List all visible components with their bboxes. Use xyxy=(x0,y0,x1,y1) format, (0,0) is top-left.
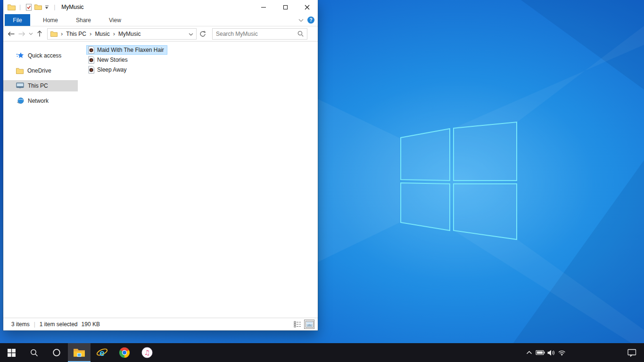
file-name: Sleep Away xyxy=(97,66,127,73)
onedrive-folder-icon xyxy=(16,68,24,74)
chevron-up-icon xyxy=(526,351,532,354)
taskbar: e ♫ xyxy=(0,343,644,362)
taskbar-search-button[interactable] xyxy=(23,343,45,362)
titlebar-separator: | xyxy=(19,4,21,10)
titlebar-separator-2: | xyxy=(54,4,55,10)
sidebar-item-network[interactable]: Network xyxy=(3,95,78,107)
cortana-circle-icon xyxy=(52,348,61,357)
start-button[interactable] xyxy=(0,343,23,362)
music-file-icon xyxy=(88,66,94,74)
wifi-icon xyxy=(558,349,566,356)
window-title: MyMusic xyxy=(61,4,83,10)
details-view-icon xyxy=(294,321,301,328)
file-item[interactable]: Maid With The Flaxen Hair xyxy=(86,45,167,55)
this-pc-monitor-icon xyxy=(16,82,24,89)
qat-caret-chevron-icon xyxy=(45,7,48,9)
volume-button[interactable] xyxy=(545,343,556,362)
file-explorer-icon xyxy=(73,348,85,357)
network-button[interactable] xyxy=(556,343,567,362)
tray-expand-button[interactable] xyxy=(524,343,535,362)
chevron-down-icon xyxy=(29,33,33,35)
tab-home[interactable]: Home xyxy=(35,14,66,26)
taskbar-chrome-button[interactable] xyxy=(113,343,136,362)
crumb-this-pc[interactable]: This PC xyxy=(66,31,86,37)
chrome-icon xyxy=(119,347,130,358)
large-icons-view-button[interactable] xyxy=(304,320,314,329)
details-view-button[interactable] xyxy=(292,320,303,329)
recent-locations-button[interactable] xyxy=(27,28,34,40)
close-button[interactable] xyxy=(296,0,318,14)
crumb-separator[interactable]: › xyxy=(113,32,115,36)
taskbar-file-explorer-button[interactable] xyxy=(68,343,91,362)
action-center-icon xyxy=(627,349,636,357)
address-bar[interactable]: › This PC › Music › MyMusic xyxy=(47,28,197,40)
file-list: Maid With The Flaxen Hair New Stories Sl… xyxy=(78,42,167,318)
volume-speaker-icon xyxy=(547,349,555,356)
crumb-mymusic[interactable]: MyMusic xyxy=(118,31,140,37)
file-explorer-window: | | MyMusic File Home Share View xyxy=(3,0,318,330)
sidebar-item-quick-access[interactable]: Quick access xyxy=(3,50,78,61)
app-folder-icon xyxy=(7,2,16,12)
ribbon-tab-bar: File Home Share View ? xyxy=(3,14,318,26)
tab-view[interactable]: View xyxy=(101,14,129,26)
music-file-icon xyxy=(88,56,94,64)
internet-explorer-icon: e xyxy=(96,347,108,358)
forward-button[interactable] xyxy=(17,28,27,40)
minimize-button[interactable] xyxy=(253,0,274,14)
search-icon xyxy=(30,349,38,357)
file-name: Maid With The Flaxen Hair xyxy=(97,47,164,53)
qat-properties-button[interactable] xyxy=(24,2,33,12)
thumbnail-view-icon xyxy=(305,321,314,328)
windows-start-icon xyxy=(8,349,16,357)
chevron-down-icon xyxy=(189,33,193,36)
forward-arrow-icon xyxy=(18,31,25,37)
status-bar: 3 items | 1 item selected 190 KB xyxy=(3,318,318,330)
network-globe-icon xyxy=(16,98,24,104)
sidebar-item-label: Quick access xyxy=(28,52,61,59)
battery-icon xyxy=(536,349,545,356)
sidebar-item-label: OneDrive xyxy=(27,67,51,74)
up-button[interactable] xyxy=(34,28,45,40)
help-button[interactable]: ? xyxy=(307,16,314,24)
search-icon[interactable] xyxy=(297,31,304,37)
qat-new-folder-button[interactable] xyxy=(33,2,43,12)
qat-customize-button[interactable] xyxy=(43,2,50,12)
crumb-separator[interactable]: › xyxy=(61,32,63,36)
music-file-icon xyxy=(88,46,94,54)
file-item[interactable]: Sleep Away xyxy=(86,65,130,74)
file-name: New Stories xyxy=(97,57,128,63)
search-input[interactable] xyxy=(216,31,297,37)
status-selection: 1 item selected xyxy=(40,321,78,328)
address-toolbar: › This PC › Music › MyMusic xyxy=(3,26,318,41)
itunes-icon: ♫ xyxy=(141,347,153,358)
ribbon-expand-button[interactable] xyxy=(298,17,304,24)
action-center-button[interactable] xyxy=(627,343,637,362)
refresh-button[interactable] xyxy=(197,28,209,40)
tab-file[interactable]: File xyxy=(5,14,30,26)
maximize-button[interactable] xyxy=(274,0,296,14)
sidebar-item-onedrive[interactable]: OneDrive xyxy=(3,65,78,76)
taskbar-itunes-button[interactable]: ♫ xyxy=(136,343,158,362)
title-bar[interactable]: | | MyMusic xyxy=(3,0,318,14)
crumb-separator[interactable]: › xyxy=(90,32,91,36)
taskbar-internet-explorer-button[interactable]: e xyxy=(91,343,113,362)
crumb-music[interactable]: Music xyxy=(95,31,109,37)
caption-buttons xyxy=(253,0,318,14)
cortana-button[interactable] xyxy=(45,343,68,362)
navigation-pane: Quick access OneDrive This PC xyxy=(3,42,78,318)
tab-share[interactable]: Share xyxy=(68,14,99,26)
back-button[interactable] xyxy=(6,28,17,40)
refresh-icon xyxy=(199,31,206,37)
properties-check-icon xyxy=(25,4,32,11)
view-toggle-buttons xyxy=(292,320,314,329)
address-dropdown-button[interactable] xyxy=(189,31,193,37)
window-body: Quick access OneDrive This PC xyxy=(3,42,318,318)
status-selection-size: 190 KB xyxy=(82,321,100,328)
battery-button[interactable] xyxy=(535,343,545,362)
breadcrumb-folder-icon xyxy=(50,31,58,37)
quick-access-star-icon xyxy=(16,52,24,59)
sidebar-item-this-pc[interactable]: This PC xyxy=(3,80,78,91)
minimize-icon xyxy=(261,7,266,8)
file-item[interactable]: New Stories xyxy=(86,55,131,65)
back-arrow-icon xyxy=(8,31,15,37)
